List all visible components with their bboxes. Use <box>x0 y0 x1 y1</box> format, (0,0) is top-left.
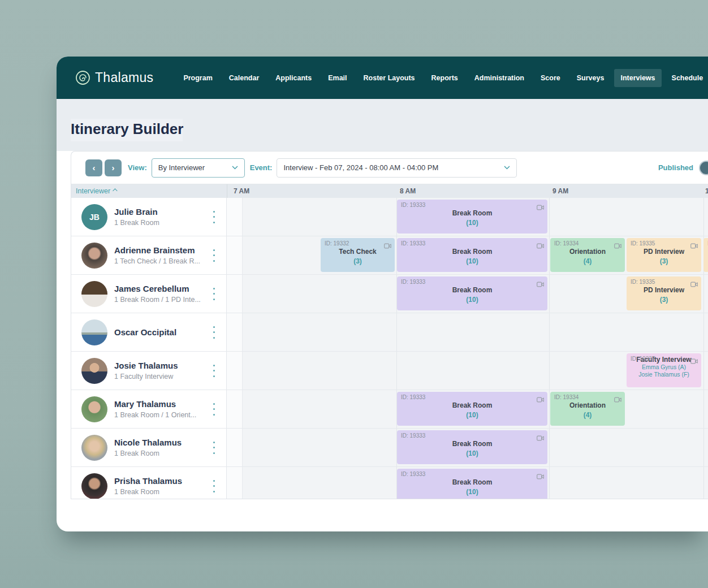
brand[interactable]: Thalamus <box>75 70 153 85</box>
avatar-photo <box>81 396 107 422</box>
pre-hour-cell <box>227 429 243 466</box>
nav-item-program[interactable]: Program <box>177 69 218 87</box>
row-menu-button[interactable] <box>209 211 218 223</box>
gridline <box>703 198 704 236</box>
schedule-block-pd-interview[interactable]: ID: 19335PD Interview(3) <box>627 238 701 272</box>
pre-hour-cell <box>227 352 243 390</box>
table-row: Oscar Occipital <box>71 313 708 352</box>
avatar-photo <box>81 473 107 499</box>
nav-item-email[interactable]: Email <box>322 69 353 87</box>
block-id: ID: 19337 <box>631 356 655 362</box>
nav-item-calendar[interactable]: Calendar <box>223 69 266 87</box>
interviewer-cell: Adrienne Brainstem1 Tech Check / 1 Break… <box>71 236 227 274</box>
schedule-block-break-room[interactable]: ID: 19333Break Room(10) <box>397 276 547 310</box>
avatar-photo <box>81 358 107 384</box>
table-body: JBJulie Brain1 Break RoomID: 19333Break … <box>71 198 708 499</box>
next-button[interactable]: › <box>105 159 122 176</box>
prev-button[interactable]: ‹ <box>85 159 102 176</box>
interviewer-cell: JBJulie Brain1 Break Room <box>71 198 227 236</box>
nav-item-reports[interactable]: Reports <box>425 69 464 87</box>
schedule-block-partial[interactable]: ID: <box>703 238 708 272</box>
block-title: Break Room <box>397 286 547 294</box>
row-menu-button[interactable] <box>209 365 218 377</box>
schedule-block-break-room[interactable]: ID: 19333Break Room(10) <box>397 238 547 272</box>
schedule-block-break-room[interactable]: ID: 19333Break Room(10) <box>397 430 547 464</box>
table-row: Josie Thalamus1 Faculty InterviewID: 193… <box>71 352 708 390</box>
schedule-block-tech-check[interactable]: ID: 19332Tech Check(3) <box>321 238 395 272</box>
view-select[interactable]: By Interviewer <box>152 158 245 178</box>
table-row: Mary Thalamus1 Break Room / 1 Orient...I… <box>71 390 708 429</box>
gridline <box>549 275 550 313</box>
schedule-block-break-room[interactable]: ID: 19333Break Room(10) <box>397 392 547 426</box>
schedule-block-break-room[interactable]: ID: 19333Break Room(10) <box>397 200 547 234</box>
itinerary-panel: ‹ › View: By Interviewer Event: Intervie… <box>71 151 708 499</box>
row-menu-button[interactable] <box>209 442 218 454</box>
desktop-background: Thalamus ProgramCalendarApplicantsEmailR… <box>0 0 708 588</box>
gridline <box>703 275 704 313</box>
event-select-value: Interview - Feb 07, 2024 - 08:00 AM - 04… <box>283 163 438 172</box>
avatar-photo <box>81 281 107 307</box>
gridline <box>549 352 550 390</box>
pre-hour-cell <box>227 198 243 236</box>
block-title: Break Room <box>397 209 547 217</box>
interviewer-name: Nicole Thalamus <box>114 438 182 447</box>
table-row: Nicole Thalamus1 Break RoomID: 19333Brea… <box>71 429 708 467</box>
chevron-down-icon <box>504 166 510 170</box>
pre-hour-cell <box>227 390 243 428</box>
event-select[interactable]: Interview - Feb 07, 2024 - 08:00 AM - 04… <box>277 158 517 178</box>
block-count: (3) <box>627 257 701 265</box>
interviewer-assignments: 1 Break Room <box>114 219 159 227</box>
schedule-block-orientation[interactable]: ID: 19334Orientation(4) <box>550 238 625 272</box>
interviewer-info: Mary Thalamus1 Break Room / 1 Orient... <box>114 399 196 419</box>
nav-item-administration[interactable]: Administration <box>468 69 530 87</box>
video-camera-icon <box>537 433 544 443</box>
nav-item-schedule[interactable]: Schedule <box>666 69 708 87</box>
interviewer-name: Julie Brain <box>114 207 159 217</box>
nav-item-applicants[interactable]: Applicants <box>269 69 318 87</box>
block-title: Break Room <box>397 248 547 256</box>
block-count: (3) <box>627 296 701 304</box>
interviewer-cell: Prisha Thalamus1 Break Room <box>71 467 227 499</box>
published-toggle[interactable] <box>699 161 708 175</box>
block-id: ID: 19333 <box>401 279 425 285</box>
view-label: View: <box>128 163 147 172</box>
video-camera-icon <box>537 279 544 289</box>
gridline <box>703 390 704 428</box>
nav-item-surveys[interactable]: Surveys <box>571 69 611 87</box>
interviewer-header-label: Interviewer <box>76 187 110 195</box>
schedule-block-faculty-interview[interactable]: ID: 19337Faculty InterviewEmma Gyrus (A)… <box>627 353 701 387</box>
gridline <box>703 429 704 466</box>
schedule-block-break-room[interactable]: ID: 19333Break Room(10) <box>397 469 547 499</box>
row-menu-button[interactable] <box>209 480 218 492</box>
row-menu-button[interactable] <box>209 249 218 262</box>
gridline <box>703 467 704 499</box>
nav-item-score[interactable]: Score <box>534 69 567 87</box>
toggle-knob <box>700 162 708 174</box>
block-id: ID: 19335 <box>631 279 655 285</box>
gridline <box>549 467 550 499</box>
row-menu-button[interactable] <box>209 403 218 416</box>
block-id: ID: 19333 <box>401 471 425 477</box>
avatar-initials: JB <box>81 204 107 230</box>
nav-item-roster-layouts[interactable]: Roster Layouts <box>357 69 421 87</box>
table-row: Adrienne Brainstem1 Tech Check / 1 Break… <box>71 236 708 275</box>
avatar-photo <box>81 319 107 345</box>
gridline <box>549 390 550 428</box>
video-camera-icon <box>690 356 698 366</box>
block-count: (3) <box>321 257 395 265</box>
nav-item-interviews[interactable]: Interviews <box>614 69 661 87</box>
schedule-block-pd-interview[interactable]: ID: 19335PD Interview(3) <box>627 276 701 310</box>
schedule-block-orientation[interactable]: ID: 19334Orientation(4) <box>550 392 625 426</box>
time-axis-label: 7 AM <box>234 187 249 195</box>
pre-hour-cell <box>227 236 243 274</box>
block-count: (4) <box>550 411 625 419</box>
row-menu-button[interactable] <box>209 326 218 339</box>
interviewer-assignments: 1 Break Room <box>114 488 182 496</box>
row-menu-button[interactable] <box>209 288 218 300</box>
gridline <box>549 198 550 236</box>
interviewer-column-header[interactable]: Interviewer <box>76 187 116 195</box>
interviewer-assignments: 1 Break Room / 1 Orient... <box>114 411 196 419</box>
interviewer-cell: James Cerebellum1 Break Room / 1 PD Inte… <box>71 275 227 313</box>
app-window: Thalamus ProgramCalendarApplicantsEmailR… <box>57 57 708 531</box>
video-camera-icon <box>690 241 698 251</box>
